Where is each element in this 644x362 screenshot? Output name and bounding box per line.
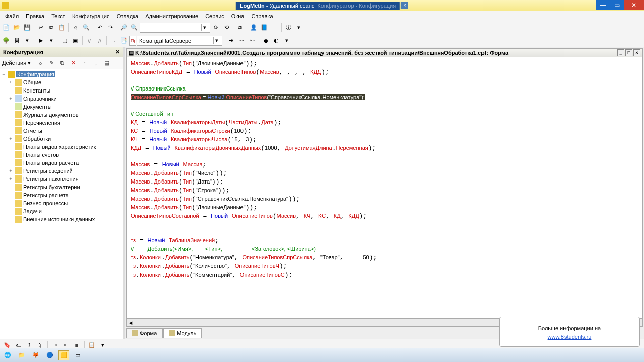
dropdown2-icon[interactable]: ▾ bbox=[282, 36, 292, 46]
breakpoint-toggle-icon[interactable]: ◐ bbox=[271, 36, 281, 46]
doc-maximize-button[interactable]: □ bbox=[625, 49, 632, 56]
print-icon[interactable]: 🖨 bbox=[70, 23, 80, 33]
copy-icon[interactable]: ⧉ bbox=[46, 23, 56, 33]
search-combo[interactable]: ▾ bbox=[140, 23, 210, 33]
down-icon[interactable]: ↓ bbox=[91, 58, 101, 68]
debug-book-icon[interactable]: 📘 bbox=[259, 23, 269, 33]
copy2-icon[interactable]: ⧉ bbox=[57, 58, 67, 68]
tree-item[interactable]: Регистры бухгалтерии bbox=[0, 183, 123, 191]
redo-icon[interactable]: ↷ bbox=[105, 23, 115, 33]
debug-list-icon[interactable]: ≡ bbox=[270, 23, 280, 33]
banner-close-icon[interactable]: × bbox=[401, 2, 408, 9]
up-icon[interactable]: ↑ bbox=[79, 58, 90, 68]
edit-icon[interactable]: ✎ bbox=[46, 58, 56, 68]
window-close-button[interactable]: ✕ bbox=[624, 0, 644, 10]
sort-icon[interactable]: ▤ bbox=[102, 58, 112, 68]
expand-icon[interactable]: + bbox=[8, 80, 13, 85]
tree-item[interactable]: Задачи bbox=[0, 207, 123, 215]
tree-item[interactable]: Перечисления bbox=[0, 119, 123, 127]
run-icon[interactable]: ▶ bbox=[36, 36, 46, 46]
config-tree[interactable]: −Конфигурация+ОбщиеКонстанты+Справочники… bbox=[0, 69, 123, 339]
new-file-icon[interactable]: 📄 bbox=[1, 23, 11, 33]
breakpoint-icon[interactable]: ⏺ bbox=[261, 36, 271, 46]
find-prev-icon[interactable]: ⟲ bbox=[221, 23, 231, 33]
tree-item[interactable]: Отчеты bbox=[0, 127, 123, 135]
goto-icon[interactable]: → bbox=[108, 36, 118, 46]
tree-item[interactable]: Планы счетов bbox=[0, 151, 123, 159]
tree-item[interactable]: +Общие bbox=[0, 78, 123, 86]
expand-icon[interactable]: − bbox=[1, 72, 6, 77]
tree-item[interactable]: Регистры расчета bbox=[0, 191, 123, 199]
tree-item[interactable]: +Регистры сведений bbox=[0, 167, 123, 175]
paste-icon[interactable]: 📋 bbox=[57, 23, 67, 33]
tree-item[interactable]: Документы bbox=[0, 103, 123, 111]
config-panel-close-icon[interactable]: ✕ bbox=[115, 49, 120, 55]
zoom-icon[interactable]: 🔍 bbox=[129, 23, 139, 33]
doc-close-button[interactable]: × bbox=[633, 49, 640, 56]
expand-icon[interactable]: + bbox=[8, 136, 13, 141]
explorer-icon[interactable]: 📁 bbox=[16, 350, 27, 360]
doc-minimize-button[interactable]: _ bbox=[617, 49, 624, 56]
tree-item[interactable]: +Обработки bbox=[0, 135, 123, 143]
step-into-icon[interactable]: ⇥ bbox=[226, 36, 236, 46]
expand-icon[interactable]: + bbox=[8, 96, 13, 101]
info-link[interactable]: www.8students.ru bbox=[548, 334, 592, 340]
add-icon[interactable]: ○ bbox=[35, 58, 45, 68]
tree-item[interactable]: −Конфигурация bbox=[0, 70, 123, 78]
firefox-icon[interactable]: 🦊 bbox=[30, 350, 41, 360]
db-icon[interactable]: 🗄 bbox=[12, 36, 22, 46]
cut-icon[interactable]: ✂ bbox=[36, 23, 46, 33]
dropdown-icon[interactable]: ▾ bbox=[294, 23, 304, 33]
step-out-icon[interactable]: ⤺ bbox=[247, 36, 257, 46]
chrome-icon[interactable]: 🔵 bbox=[44, 350, 55, 360]
actions-dropdown[interactable]: Действия ▾ bbox=[2, 60, 31, 66]
find-next-icon[interactable]: ⟳ bbox=[211, 23, 221, 33]
expand-icon[interactable]: + bbox=[8, 176, 13, 182]
app2-icon[interactable]: ▭ bbox=[72, 350, 84, 360]
box-icon[interactable]: ▢ bbox=[60, 36, 70, 46]
expand-icon[interactable]: + bbox=[8, 168, 13, 173]
procedure-combo[interactable]: КомандаНаСервере▾ bbox=[137, 36, 222, 46]
bookmark-icon[interactable]: 📑 bbox=[119, 36, 129, 46]
tree-item[interactable]: Внешние источники данных bbox=[0, 215, 123, 223]
find-icon[interactable]: 🔎 bbox=[119, 23, 129, 33]
proc-kind-combo[interactable]: Пр bbox=[129, 36, 136, 46]
code-editor[interactable]: Массив.Добавить(Тип("ДвоичныеДанные")); … bbox=[126, 57, 643, 319]
db-arrow-icon[interactable]: ▾ bbox=[22, 36, 32, 46]
tab-module[interactable]: Модуль bbox=[163, 328, 202, 338]
tree-item[interactable]: Планы видов характеристик bbox=[0, 143, 123, 151]
1c-icon[interactable]: 🟨 bbox=[58, 350, 69, 360]
menu-configuration[interactable]: Конфигурация bbox=[69, 12, 113, 20]
delete-icon[interactable]: ✕ bbox=[68, 58, 78, 68]
window-maximize-button[interactable]: ▭ bbox=[610, 0, 624, 10]
undo-icon[interactable]: ↶ bbox=[95, 23, 105, 33]
tree-item[interactable]: +Регистры накопления bbox=[0, 175, 123, 183]
open-file-icon[interactable]: 📂 bbox=[12, 23, 22, 33]
step-over-icon[interactable]: ⤻ bbox=[236, 36, 247, 46]
tab-form[interactable]: Форма bbox=[126, 328, 163, 338]
uncomment-icon[interactable]: // bbox=[95, 36, 105, 46]
menu-service[interactable]: Сервис bbox=[202, 12, 227, 20]
menu-file[interactable]: Файл bbox=[2, 12, 22, 20]
menu-debug[interactable]: Отладка bbox=[114, 12, 141, 20]
window-minimize-button[interactable]: — bbox=[596, 0, 610, 10]
menu-help[interactable]: Справка bbox=[248, 12, 276, 20]
comment-icon[interactable]: // bbox=[84, 36, 94, 46]
tree-item[interactable]: Журналы документов bbox=[0, 111, 123, 119]
tree-item[interactable]: +Справочники bbox=[0, 95, 123, 103]
menu-text[interactable]: Текст bbox=[48, 12, 68, 20]
ie-icon[interactable]: 🌐 bbox=[2, 350, 13, 360]
tree-icon[interactable]: 🌳 bbox=[1, 36, 11, 46]
debug-user-icon[interactable]: 👤 bbox=[249, 23, 259, 33]
tree-item[interactable]: Бизнес-процессы bbox=[0, 199, 123, 207]
tree-item[interactable]: Константы bbox=[0, 86, 123, 95]
print-preview-icon[interactable]: 🔍 bbox=[81, 23, 91, 33]
copy-window-icon[interactable]: ⧉ bbox=[235, 23, 245, 33]
box2-icon[interactable]: ▣ bbox=[70, 36, 80, 46]
tree-item[interactable]: Планы видов расчета bbox=[0, 159, 123, 167]
run-dropdown-icon[interactable]: ▾ bbox=[46, 36, 56, 46]
save-icon[interactable]: 💾 bbox=[22, 23, 32, 33]
info-icon[interactable]: ⓘ bbox=[283, 23, 293, 33]
menu-edit[interactable]: Правка bbox=[23, 12, 47, 20]
menu-windows[interactable]: Окна bbox=[228, 12, 248, 20]
